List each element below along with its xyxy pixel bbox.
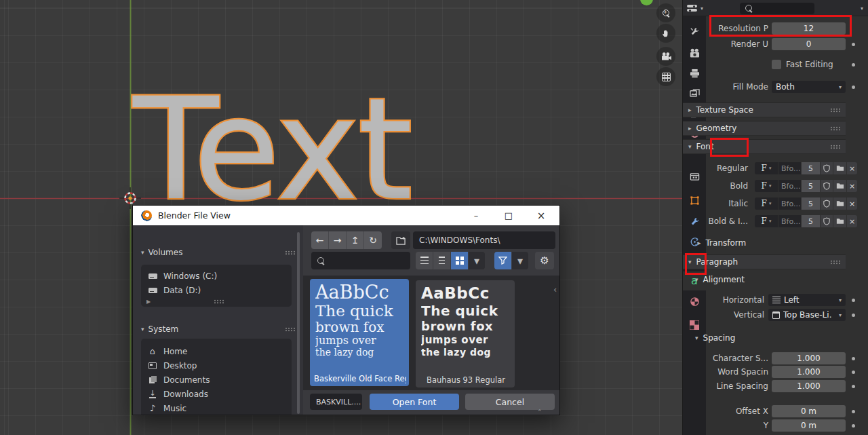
- zoom-icon[interactable]: +: [656, 3, 675, 22]
- system-section-header[interactable]: ▾ System: [141, 323, 295, 335]
- search-input[interactable]: [740, 3, 814, 14]
- unlink-icon[interactable]: ×: [847, 197, 857, 210]
- line-spacing-field[interactable]: 1.000: [772, 380, 846, 392]
- tab-tool[interactable]: [683, 22, 706, 41]
- chevron-down-icon[interactable]: ▾: [512, 252, 528, 269]
- panel-grip[interactable]: [830, 126, 840, 131]
- font-datablock-icon[interactable]: F▾: [755, 215, 778, 227]
- panel-paragraph[interactable]: ▾ Paragraph: [683, 254, 846, 269]
- decorator-dot[interactable]: [852, 299, 855, 302]
- maximize-icon[interactable]: □: [494, 206, 524, 225]
- list-item-music[interactable]: ♪ Music: [141, 401, 292, 415]
- camera-view-icon[interactable]: [656, 47, 675, 66]
- decorator-dot[interactable]: [852, 86, 855, 89]
- decorator-dot[interactable]: [852, 424, 855, 428]
- offset-x-field[interactable]: 0 m: [772, 405, 846, 417]
- list-item-documents[interactable]: Documents: [141, 373, 292, 387]
- search-input[interactable]: [311, 252, 410, 269]
- tab-material[interactable]: [683, 292, 706, 311]
- new-folder-icon[interactable]: [391, 231, 410, 249]
- font-name-field[interactable]: Bfo...: [778, 162, 801, 174]
- panel-grip[interactable]: [830, 108, 840, 113]
- unlink-icon[interactable]: ×: [847, 180, 857, 192]
- tab-object[interactable]: [683, 191, 706, 210]
- tab-render[interactable]: [683, 43, 706, 62]
- font-card-bauhaus[interactable]: AaBbCc The quick brown fox jumps over th…: [416, 280, 515, 387]
- detail-view-icon[interactable]: [433, 252, 451, 269]
- minimize-icon[interactable]: –: [461, 206, 491, 225]
- close-icon[interactable]: ×: [526, 206, 556, 225]
- font-name-field[interactable]: Bfo...: [778, 197, 801, 210]
- tab-output[interactable]: [683, 64, 706, 83]
- sidebar-scrollbar[interactable]: [297, 232, 300, 414]
- forward-icon[interactable]: →: [329, 231, 347, 249]
- word-spacing-field[interactable]: 1.000: [772, 366, 846, 378]
- tab-view-layer[interactable]: [683, 83, 706, 102]
- gear-icon[interactable]: ⚙: [535, 252, 554, 269]
- users-count[interactable]: 5: [802, 215, 820, 227]
- decorator-dot[interactable]: [852, 63, 855, 67]
- filename-input[interactable]: BASKVILL....: [310, 394, 362, 410]
- resolution-field[interactable]: 12: [772, 22, 846, 35]
- fill-mode-dropdown[interactable]: Both ▾: [772, 81, 846, 93]
- font-card-baskerville[interactable]: AaBbCc The quick brown fox jumps over th…: [310, 279, 409, 386]
- thumbnail-view-icon[interactable]: [451, 252, 469, 269]
- panel-alignment[interactable]: ▾ Alignment: [683, 272, 846, 287]
- decorator-dot[interactable]: [852, 314, 855, 317]
- unlink-icon[interactable]: ×: [847, 162, 857, 174]
- shield-icon[interactable]: [821, 180, 833, 192]
- render-u-field[interactable]: 0: [772, 38, 846, 50]
- filter-icon[interactable]: [494, 252, 512, 269]
- shield-icon[interactable]: [821, 197, 833, 210]
- font-name-field[interactable]: Bfo...: [778, 180, 801, 192]
- panel-texture-space[interactable]: ▸ Texture Space: [683, 102, 846, 117]
- panel-transform[interactable]: ▸ Transform: [683, 235, 846, 250]
- panel-grip[interactable]: [830, 260, 840, 265]
- panel-grip[interactable]: [285, 327, 295, 332]
- refresh-icon[interactable]: ↻: [364, 231, 382, 249]
- font-datablock-icon[interactable]: F▾: [755, 180, 778, 192]
- volumes-section-header[interactable]: ▾ Volumes: [141, 246, 295, 259]
- grid-ortho-icon[interactable]: [656, 67, 675, 86]
- folder-icon[interactable]: [833, 162, 846, 174]
- decorator-dot[interactable]: [852, 371, 855, 374]
- tab-modifiers[interactable]: [683, 212, 706, 231]
- pan-hand-icon[interactable]: [656, 24, 675, 43]
- users-count[interactable]: 5: [802, 197, 820, 210]
- list-item-data-d[interactable]: Data (D:): [141, 283, 292, 297]
- decorator-dot[interactable]: [852, 410, 855, 413]
- decorator-dot[interactable]: [852, 385, 855, 388]
- editor-type-icon[interactable]: ▾: [687, 4, 703, 12]
- folder-icon[interactable]: [833, 215, 846, 227]
- volumes-resize-row[interactable]: ▶: [141, 297, 292, 306]
- decorator-dot[interactable]: [852, 43, 855, 46]
- decorator-dot[interactable]: [852, 357, 855, 360]
- list-item-home[interactable]: ⌂ Home: [141, 344, 292, 358]
- cancel-button[interactable]: Cancel: [465, 394, 555, 410]
- panel-grip[interactable]: [830, 145, 840, 149]
- path-input[interactable]: C:\WINDOWS\Fonts\: [413, 231, 555, 249]
- font-datablock-icon[interactable]: F▾: [755, 197, 778, 210]
- up-icon[interactable]: ↥: [347, 231, 364, 249]
- list-item-windows-c[interactable]: Windows (C:): [141, 269, 292, 283]
- list-item-downloads[interactable]: ↓ Downloads: [141, 387, 292, 401]
- chevron-down-icon[interactable]: ▾: [469, 252, 485, 269]
- horizontal-dropdown[interactable]: Left ▾: [768, 294, 846, 306]
- panel-grip[interactable]: [285, 250, 295, 255]
- chevron-up-icon[interactable]: ⌃: [537, 409, 542, 415]
- folder-icon[interactable]: [833, 197, 846, 210]
- chevron-down-icon[interactable]: ▾: [861, 5, 863, 12]
- panel-spacing[interactable]: ▾ Spacing: [683, 330, 846, 345]
- panel-font[interactable]: ▾ Font: [683, 139, 846, 154]
- tab-collection[interactable]: [683, 167, 706, 186]
- shield-icon[interactable]: [821, 215, 833, 227]
- shield-icon[interactable]: [821, 162, 833, 174]
- character-spacing-field[interactable]: 1.000: [772, 352, 846, 364]
- list-view-icon[interactable]: [416, 252, 433, 269]
- users-count[interactable]: 5: [802, 162, 820, 174]
- font-name-field[interactable]: Bfo...: [778, 215, 801, 227]
- vertical-dropdown[interactable]: Top Base-Li... ▾: [768, 309, 846, 321]
- users-count[interactable]: 5: [802, 180, 820, 192]
- list-item-desktop[interactable]: Desktop: [141, 358, 292, 373]
- back-icon[interactable]: ←: [311, 231, 329, 249]
